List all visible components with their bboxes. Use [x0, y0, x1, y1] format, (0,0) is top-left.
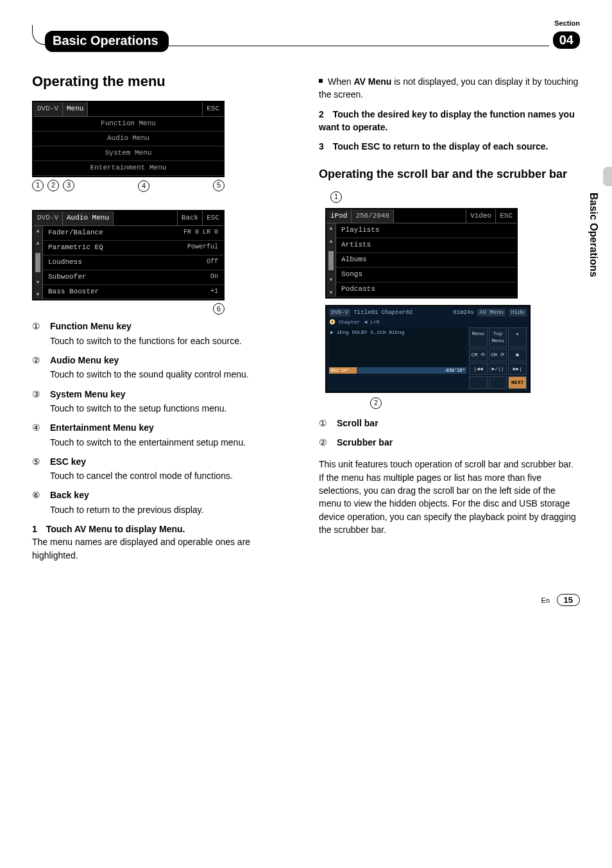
definition-item: ③ System Menu key Touch to switch to the… [32, 388, 293, 415]
operating-menu-heading: Operating the menu [32, 71, 293, 92]
audio-row[interactable]: Bass Booster+1 [43, 285, 223, 300]
scroll-bar[interactable]: ▲▲ ▼▼ [33, 226, 43, 300]
chapter-header: Basic Operations 04 [32, 31, 580, 52]
left-column: Operating the menu DVD-V Menu ESC Functi… [32, 71, 293, 568]
step-2: 2 Touch the desired key to display the f… [319, 108, 580, 134]
next-button[interactable]: NEXT [508, 376, 527, 389]
audio-row[interactable]: LoudnessOff [43, 256, 223, 270]
menu-item[interactable]: Function Menu [33, 117, 223, 132]
page-footer: En 15 [32, 594, 580, 606]
dpad-button[interactable]: ⬥ [508, 327, 527, 347]
definition-item: ⑥ Back key Touch to return to the previo… [32, 489, 293, 516]
cm-fwd-button[interactable]: CM ⟳ [489, 349, 507, 361]
cm-back-button[interactable]: CM ⟲ [469, 349, 488, 361]
playback-controls: Menu Top Menu ⬥ CM ⟲ CM ⟳ ■ |◀◀ ▶/|| ▶▶|… [469, 327, 527, 389]
definition-item: ① Scroll bar [319, 417, 580, 430]
stop-button[interactable]: ■ [508, 349, 527, 361]
definition-item: ⑤ ESC key Touch to cancel the control mo… [32, 455, 293, 483]
menu-title: Menu [63, 102, 88, 116]
esc-button[interactable]: ESC [202, 102, 223, 116]
side-label: Basic Operations [588, 193, 599, 277]
hide-button[interactable]: Hide [509, 309, 527, 317]
ipod-screenshot: iPod 256/2048 Video ESC ▲▲ ▼▼ Playlists … [325, 208, 518, 299]
definition-item: ② Audio Menu key Touch to switch to the … [32, 354, 293, 381]
source-tab: DVD-V [33, 211, 63, 225]
menu-button[interactable]: Menu [469, 327, 488, 347]
callout-6: 6 [213, 303, 225, 315]
list-item[interactable]: Podcasts [336, 282, 516, 297]
callout-3: 3 [63, 180, 74, 191]
section-label: Section [554, 19, 580, 27]
esc-button[interactable]: ESC [202, 211, 223, 225]
step-3: 3 Touch ESC to return to the display of … [319, 140, 580, 153]
list-item[interactable]: Albums [336, 253, 516, 268]
menu-callouts: 1 2 3 4 5 [32, 180, 225, 192]
audio-row[interactable]: Parametric EQPowerful [43, 241, 223, 256]
esc-button[interactable]: ESC [495, 209, 516, 223]
video-button[interactable]: Video [466, 209, 495, 223]
list-item[interactable]: Songs [336, 268, 516, 282]
callout-scrubber: 2 [370, 397, 382, 409]
source-tag: DVD-V [329, 309, 350, 317]
right-column: When AV Menu is not displayed, you can d… [319, 71, 580, 568]
audio-menu-title: Audio Menu [63, 211, 114, 225]
audio-menu-screenshot: DVD-V Audio Menu Back ESC ▲▲ ▼▼ Fader/Ba… [32, 210, 225, 301]
back-button[interactable]: Back [177, 211, 202, 225]
callout-4: 4 [138, 180, 149, 192]
playback-info: ▶ 1Eng DOLBY 5.1CH 01Eng [329, 327, 405, 338]
scroll-scrubber-heading: Operating the scroll bar and the scrubbe… [319, 166, 580, 182]
menu-item[interactable]: Audio Menu [33, 132, 223, 146]
top-menu-button[interactable]: Top Menu [489, 327, 507, 347]
source-tab: DVD-V [33, 102, 63, 116]
list-item[interactable]: Artists [336, 238, 516, 253]
thumb-tab [603, 167, 612, 186]
definition-item: ② Scrubber bar [319, 436, 580, 449]
scrubber-bar[interactable]: 001'24" -030'28" [329, 367, 466, 374]
callout-1: 1 [32, 180, 44, 191]
callout-scroll: 1 [330, 191, 342, 203]
callout-2: 2 [47, 180, 59, 191]
audio-row[interactable]: Fader/BalanceFR 0 LR 0 [43, 226, 223, 241]
list-item[interactable]: Playlists [336, 223, 516, 238]
page-number: 15 [557, 594, 580, 606]
explanation-paragraph: This unit features touch operation of sc… [319, 458, 580, 536]
definition-item: ④ Entertainment Menu key Touch to switch… [32, 421, 293, 449]
chapter-title: Basic Operations [45, 31, 169, 52]
menu-screenshot: DVD-V Menu ESC Function Menu Audio Menu … [32, 101, 225, 177]
callout-5: 5 [213, 180, 225, 191]
menu-item[interactable]: System Menu [33, 146, 223, 161]
av-menu-button[interactable]: AV Menu [477, 309, 506, 317]
prev-button[interactable]: |◀◀ [469, 363, 488, 376]
step-1: 1 Touch AV Menu to display Menu. The men… [32, 523, 293, 562]
audio-callouts: 6 [32, 303, 225, 315]
menu-item[interactable]: Entertainment Menu [33, 161, 223, 176]
definition-item: ① Function Menu key Touch to switch to t… [32, 320, 293, 347]
scroll-bar[interactable]: ▲▲ ▼▼ [327, 223, 336, 297]
section-number-badge: 04 [553, 31, 580, 49]
next-track-button[interactable]: ▶▶| [508, 363, 527, 376]
source-tab: iPod [327, 209, 352, 223]
audio-row[interactable]: SubwooferOn [43, 270, 223, 285]
note: When AV Menu is not displayed, you can d… [319, 75, 580, 101]
play-pause-button[interactable]: ▶/|| [489, 363, 507, 376]
playback-screenshot: DVD-V Title01 Chapter02 01m24s AV Menu H… [325, 305, 531, 393]
counter: 256/2048 [352, 209, 394, 223]
